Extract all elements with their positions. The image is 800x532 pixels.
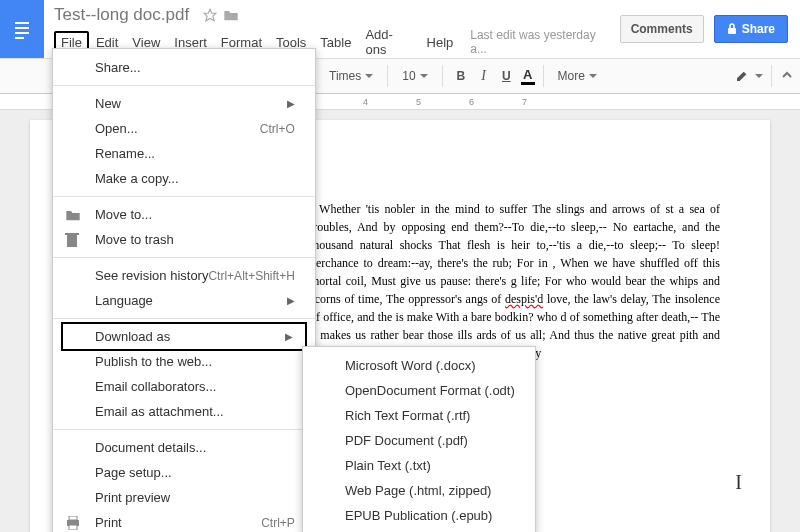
svg-marker-4 <box>204 9 216 21</box>
file-open[interactable]: Open...Ctrl+O <box>53 116 315 141</box>
download-odt[interactable]: OpenDocument Format (.odt) <box>303 378 535 403</box>
lock-icon <box>727 23 737 35</box>
file-print-preview[interactable]: Print preview <box>53 485 315 510</box>
file-language[interactable]: Language▶ <box>53 288 315 313</box>
header-actions: Comments Share <box>620 0 800 58</box>
star-icon[interactable] <box>203 8 217 22</box>
trash-icon <box>65 232 79 248</box>
svg-rect-7 <box>65 233 79 235</box>
share-label: Share <box>742 22 775 36</box>
file-publish[interactable]: Publish to the web... <box>53 349 315 374</box>
pen-icon[interactable] <box>735 67 751 86</box>
file-move-trash[interactable]: Move to trash <box>53 227 315 252</box>
text-cursor-icon: I <box>735 471 742 494</box>
print-icon <box>65 516 81 530</box>
download-pdf[interactable]: PDF Document (.pdf) <box>303 428 535 453</box>
download-as-submenu: Microsoft Word (.docx) OpenDocument Form… <box>302 346 536 532</box>
docs-logo[interactable] <box>0 0 44 58</box>
download-txt[interactable]: Plain Text (.txt) <box>303 453 535 478</box>
chevron-down-icon <box>365 74 373 79</box>
document-body-text[interactable]: - Whether 'tis nobler in the mind to suf… <box>310 200 720 362</box>
menu-table[interactable]: Table <box>313 31 358 54</box>
spelling-error[interactable]: despis'd <box>505 292 543 306</box>
underline-button[interactable]: U <box>496 65 517 87</box>
download-rtf[interactable]: Rich Text Format (.rtf) <box>303 403 535 428</box>
collapse-toolbar-icon[interactable] <box>780 68 794 85</box>
svg-rect-5 <box>728 28 736 34</box>
file-print[interactable]: PrintCtrl+P <box>53 510 315 532</box>
document-title[interactable]: Test--long doc.pdf <box>54 5 189 25</box>
file-email-attachment[interactable]: Email as attachment... <box>53 399 315 424</box>
text-color-button[interactable]: A <box>521 67 535 85</box>
download-docx[interactable]: Microsoft Word (.docx) <box>303 353 535 378</box>
file-move-to[interactable]: Move to... <box>53 202 315 227</box>
chevron-down-icon <box>420 74 428 79</box>
comments-button[interactable]: Comments <box>620 15 704 43</box>
file-page-setup[interactable]: Page setup... <box>53 460 315 485</box>
svg-rect-10 <box>69 525 77 530</box>
chevron-down-icon <box>589 74 597 79</box>
share-button[interactable]: Share <box>714 15 788 43</box>
submenu-arrow-icon: ▶ <box>287 295 295 306</box>
file-rename[interactable]: Rename... <box>53 141 315 166</box>
file-revision-history[interactable]: See revision historyCtrl+Alt+Shift+H <box>53 263 315 288</box>
svg-rect-3 <box>15 37 24 39</box>
folder-icon[interactable] <box>223 8 239 22</box>
file-share[interactable]: Share... <box>53 55 315 80</box>
svg-rect-0 <box>15 22 29 24</box>
file-make-copy[interactable]: Make a copy... <box>53 166 315 191</box>
chevron-down-icon[interactable] <box>755 74 763 79</box>
file-menu-dropdown: Share... New▶ Open...Ctrl+O Rename... Ma… <box>52 48 316 532</box>
more-dropdown[interactable]: More <box>552 66 603 86</box>
file-download-as[interactable]: Download as▶ <box>61 322 307 351</box>
bold-button[interactable]: B <box>451 65 472 87</box>
svg-rect-6 <box>67 235 77 247</box>
submenu-arrow-icon: ▶ <box>285 331 293 342</box>
file-document-details[interactable]: Document details... <box>53 435 315 460</box>
menu-help[interactable]: Help <box>420 31 461 54</box>
download-epub[interactable]: EPUB Publication (.epub) <box>303 503 535 528</box>
download-html[interactable]: Web Page (.html, zipped) <box>303 478 535 503</box>
svg-rect-9 <box>69 516 77 520</box>
header-main: Test--long doc.pdf File Edit View Insert… <box>44 0 620 54</box>
last-edit-text[interactable]: Last edit was yesterday a... <box>470 28 611 56</box>
file-new[interactable]: New▶ <box>53 91 315 116</box>
font-family-dropdown[interactable]: Times <box>323 66 379 86</box>
folder-icon <box>65 208 81 222</box>
svg-rect-2 <box>15 32 29 34</box>
italic-button[interactable]: I <box>475 64 492 88</box>
menu-addons[interactable]: Add-ons <box>358 23 419 61</box>
file-email-collaborators[interactable]: Email collaborators... <box>53 374 315 399</box>
submenu-arrow-icon: ▶ <box>287 98 295 109</box>
svg-rect-1 <box>15 27 29 29</box>
font-size-dropdown[interactable]: 10 <box>396 66 433 86</box>
